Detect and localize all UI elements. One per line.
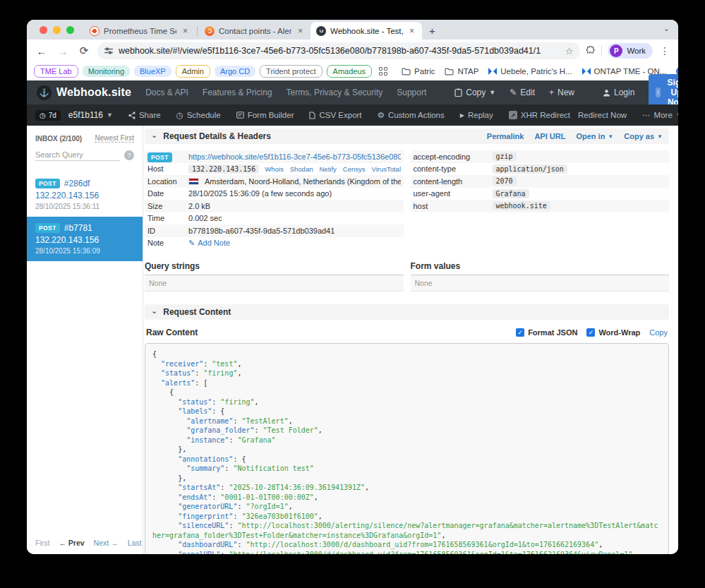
caret-down-icon: ▼ bbox=[657, 133, 663, 140]
sort-toggle[interactable]: Newest First bbox=[95, 134, 134, 143]
tab-prometheus[interactable]: Prometheus Time Series Colle × bbox=[84, 23, 195, 40]
request-list-item-selected[interactable]: POST #b7781 132.220.143.156 28/10/2025 1… bbox=[27, 217, 143, 261]
copy-as-dropdown[interactable]: Copy as▼ bbox=[624, 132, 663, 140]
tab-group-admin[interactable]: Admin bbox=[176, 65, 210, 78]
bookmark-uebele[interactable]: Uebele, Patric's H... bbox=[486, 67, 574, 76]
back-button[interactable]: ← bbox=[34, 45, 49, 57]
new-button[interactable]: + New bbox=[549, 88, 574, 97]
method-badge: POST bbox=[35, 223, 60, 233]
open-in-dropdown[interactable]: Open in▼ bbox=[576, 132, 613, 140]
shodan-link[interactable]: Shodan bbox=[290, 165, 313, 173]
tab-close-icon[interactable]: × bbox=[181, 26, 190, 36]
add-note-link[interactable]: ✎Add Note bbox=[188, 239, 230, 248]
nav-terms-privacy[interactable]: Terms, Privacy & Security bbox=[287, 88, 383, 97]
form-icon bbox=[236, 112, 244, 119]
extensions-icon[interactable] bbox=[586, 46, 596, 56]
schedule-button[interactable]: ◷ Schedule bbox=[176, 110, 221, 120]
nav-support[interactable]: Support bbox=[397, 88, 426, 97]
redirect-now-label: Redirect Now bbox=[578, 111, 627, 119]
xhr-redirect-button[interactable]: ↗ XHR Redirect bbox=[509, 111, 570, 119]
tab-groups-grid-icon[interactable] bbox=[379, 67, 387, 76]
site-brand[interactable]: ⚓ Webhook.site bbox=[37, 85, 131, 100]
censys-link[interactable]: Censys bbox=[343, 165, 366, 173]
custom-actions-button[interactable]: ⚙ Custom Actions bbox=[378, 110, 445, 120]
format-json-checkbox[interactable]: ✓ Format JSON bbox=[516, 328, 577, 337]
whois-link[interactable]: Whois bbox=[265, 165, 283, 173]
request-ip: 132.220.143.156 bbox=[35, 191, 134, 200]
word-wrap-checkbox[interactable]: ✓ Word-Wrap bbox=[586, 328, 640, 337]
netify-link[interactable]: Netify bbox=[319, 165, 336, 173]
page-prev-link[interactable]: ← Prev bbox=[59, 539, 84, 547]
search-input[interactable] bbox=[35, 149, 120, 161]
copy-label: Copy bbox=[466, 88, 486, 97]
profile-chip[interactable]: P Work bbox=[608, 43, 653, 59]
close-window-button[interactable] bbox=[40, 26, 47, 34]
play-icon: ▶ bbox=[460, 112, 464, 119]
form-builder-button[interactable]: Form Builder bbox=[236, 111, 294, 119]
copy-content-link[interactable]: Copy bbox=[649, 328, 668, 337]
host-ip: 132.220.143.156 bbox=[188, 164, 259, 174]
site-settings-icon[interactable] bbox=[104, 47, 113, 55]
copy-dropdown[interactable]: Copy ▼ bbox=[454, 88, 495, 97]
tab-grafana[interactable]: Contact points - Alerting - Gr × bbox=[199, 23, 311, 40]
tab-group-amadeus[interactable]: Amadeus bbox=[327, 65, 372, 78]
page-next-link[interactable]: Next → bbox=[94, 539, 119, 547]
bookmark-label: Uebele, Patric's H... bbox=[500, 67, 572, 76]
tab-search-chevron-icon[interactable]: ⌄ bbox=[663, 24, 670, 33]
request-url-link[interactable]: https://webhook.site/e5f1b116-3ce7-45e6-… bbox=[188, 152, 401, 161]
raw-content-title: Raw Content bbox=[146, 328, 198, 337]
nav-docs-api[interactable]: Docs & API bbox=[145, 88, 188, 97]
tab-group-bluexp[interactable]: BlueXP bbox=[134, 66, 171, 77]
share-button[interactable]: Share bbox=[128, 111, 161, 119]
page-last-link[interactable]: Last bbox=[128, 539, 142, 547]
login-button[interactable]: Login bbox=[603, 88, 634, 97]
details-section-title: Request Details & Headers bbox=[163, 131, 271, 141]
request-uuid: b778198b-a607-435f-9da5-571db039ad41 bbox=[188, 227, 401, 235]
token-dropdown[interactable]: e5f1b116 ▼ bbox=[68, 110, 113, 120]
detail-row-id: ID b778198b-a607-435f-9da5-571db039ad41 bbox=[145, 224, 404, 237]
tab-group-tme-lab[interactable]: TME Lab bbox=[34, 65, 78, 78]
tab-group-monitoring[interactable]: Monitoring bbox=[83, 66, 130, 77]
url-text[interactable]: webhook.site/#!/view/e5f1b116-3ce7-45e6-… bbox=[119, 46, 560, 56]
minimize-window-button[interactable] bbox=[53, 26, 61, 34]
redirect-now-button[interactable]: Redirect Now bbox=[578, 111, 627, 119]
header-row: user-agent Grafana bbox=[411, 188, 670, 200]
reload-button[interactable]: ⟳ bbox=[76, 44, 92, 57]
virustotal-link[interactable]: VirusTotal bbox=[371, 165, 400, 173]
edit-button[interactable]: ✎ Edit bbox=[510, 88, 535, 97]
bookmark-star-icon[interactable]: ☆ bbox=[565, 46, 574, 56]
new-tab-button[interactable]: + bbox=[422, 25, 442, 40]
replay-button[interactable]: ▶ Replay bbox=[460, 111, 493, 119]
tab-group-argo-cd[interactable]: Argo CD bbox=[215, 66, 255, 77]
blue-x-icon bbox=[488, 68, 497, 75]
tab-close-icon[interactable]: × bbox=[407, 26, 416, 36]
nav-features-pricing[interactable]: Features & Pricing bbox=[203, 88, 272, 97]
open-in-label: Open in bbox=[576, 132, 605, 140]
plus-icon: + bbox=[549, 88, 554, 97]
csv-export-button[interactable]: CSV Export bbox=[309, 111, 361, 119]
clipboard-icon bbox=[454, 88, 462, 97]
bookmark-folder-patric[interactable]: Patric bbox=[399, 67, 438, 76]
page-first-link[interactable]: First bbox=[35, 539, 49, 547]
caret-down-icon: ▼ bbox=[107, 112, 113, 119]
tab-webhook-site[interactable]: Webhook.site - Test, transfor × bbox=[311, 22, 422, 40]
content-section-header[interactable]: ⌄ Request Content bbox=[145, 304, 669, 320]
request-time: 28/10/2025 15:36:09 bbox=[35, 247, 134, 255]
tab-separator bbox=[197, 26, 198, 36]
details-section-header[interactable]: ⌄ Request Details & Headers Permalink AP… bbox=[145, 128, 669, 144]
search-help-icon[interactable]: ? bbox=[124, 150, 134, 160]
more-dropdown[interactable]: ⋯ More ▼ bbox=[642, 110, 678, 120]
tab-group-trident-protect[interactable]: Trident protect bbox=[260, 65, 323, 78]
form-builder-label: Form Builder bbox=[248, 111, 294, 119]
bookmark-folder-ntap[interactable]: NTAP bbox=[442, 67, 481, 76]
raw-content-code[interactable]: { "receiver": "test", "status": "firing"… bbox=[145, 343, 669, 554]
ellipsis-icon: ⋯ bbox=[642, 110, 651, 120]
forward-button[interactable]: → bbox=[55, 45, 71, 57]
tab-close-icon[interactable]: × bbox=[296, 26, 305, 36]
request-list-item[interactable]: POST #286df 132.220.143.156 28/10/2025 1… bbox=[27, 172, 143, 217]
permalink-link[interactable]: Permalink bbox=[487, 132, 524, 140]
browser-menu-icon[interactable]: ⋮ bbox=[658, 45, 671, 56]
api-url-link[interactable]: API URL bbox=[534, 132, 565, 140]
address-bar[interactable]: webhook.site/#!/view/e5f1b116-3ce7-45e6-… bbox=[97, 42, 580, 59]
zoom-window-button[interactable] bbox=[66, 26, 74, 34]
